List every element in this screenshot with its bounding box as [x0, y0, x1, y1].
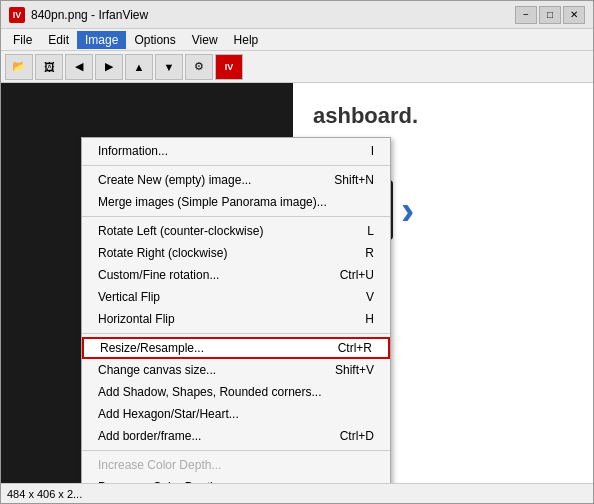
- menu-edit[interactable]: Edit: [40, 31, 77, 49]
- status-text: 484 x 406 x 2...: [7, 488, 82, 500]
- menu-resize-resample[interactable]: Resize/Resample... Ctrl+R: [82, 337, 390, 359]
- minimize-button[interactable]: −: [515, 6, 537, 24]
- menu-horizontal-flip[interactable]: Horizontal Flip H: [82, 308, 390, 330]
- menu-add-hexagon[interactable]: Add Hexagon/Star/Heart...: [82, 403, 390, 425]
- menu-rotate-left[interactable]: Rotate Left (counter-clockwise) L: [82, 220, 390, 242]
- menu-view[interactable]: View: [184, 31, 226, 49]
- menu-decrease-color-depth[interactable]: Decrease Color Depth...: [82, 476, 390, 483]
- menu-add-shadow[interactable]: Add Shadow, Shapes, Rounded corners...: [82, 381, 390, 403]
- menu-increase-color-depth: Increase Color Depth...: [82, 454, 390, 476]
- window-title: 840pn.png - IrfanView: [31, 8, 515, 22]
- close-button[interactable]: ✕: [563, 6, 585, 24]
- menu-create-new[interactable]: Create New (empty) image... Shift+N: [82, 169, 390, 191]
- menu-bar: File Edit Image Options View Help: [1, 29, 593, 51]
- menu-merge-images[interactable]: Merge images (Simple Panorama image)...: [82, 191, 390, 213]
- menu-options[interactable]: Options: [126, 31, 183, 49]
- menu-help[interactable]: Help: [226, 31, 267, 49]
- irfanview-logo: IV: [215, 54, 243, 80]
- toolbar: 📂 🖼 ◀ ▶ ▲ ▼ ⚙ IV: [1, 51, 593, 83]
- nav-prev-button[interactable]: ◀: [65, 54, 93, 80]
- menu-rotate-right[interactable]: Rotate Right (clockwise) R: [82, 242, 390, 264]
- menu-custom-rotation[interactable]: Custom/Fine rotation... Ctrl+U: [82, 264, 390, 286]
- open-button[interactable]: 📂: [5, 54, 33, 80]
- menu-file[interactable]: File: [5, 31, 40, 49]
- menu-vertical-flip[interactable]: Vertical Flip V: [82, 286, 390, 308]
- separator-2: [82, 216, 390, 217]
- status-bar: 484 x 406 x 2...: [1, 483, 593, 503]
- nav-down-button[interactable]: ▼: [155, 54, 183, 80]
- settings-button[interactable]: ⚙: [185, 54, 213, 80]
- main-window: IV 840pn.png - IrfanView − □ ✕ File Edit…: [0, 0, 594, 504]
- separator-3: [82, 333, 390, 334]
- image-dropdown-menu: Information... I Create New (empty) imag…: [81, 137, 391, 483]
- menu-add-border[interactable]: Add border/frame... Ctrl+D: [82, 425, 390, 447]
- menu-canvas-size[interactable]: Change canvas size... Shift+V: [82, 359, 390, 381]
- separator-4: [82, 450, 390, 451]
- maximize-button[interactable]: □: [539, 6, 561, 24]
- window-controls: − □ ✕: [515, 6, 585, 24]
- nav-up-button[interactable]: ▲: [125, 54, 153, 80]
- menu-information[interactable]: Information... I: [82, 140, 390, 162]
- separator-1: [82, 165, 390, 166]
- thumbnail-button[interactable]: 🖼: [35, 54, 63, 80]
- main-area: ashboard. ook PC › Information... I: [1, 83, 593, 483]
- title-bar: IV 840pn.png - IrfanView − □ ✕: [1, 1, 593, 29]
- nav-next-button[interactable]: ▶: [95, 54, 123, 80]
- app-icon: IV: [9, 7, 25, 23]
- menu-image[interactable]: Image: [77, 31, 126, 49]
